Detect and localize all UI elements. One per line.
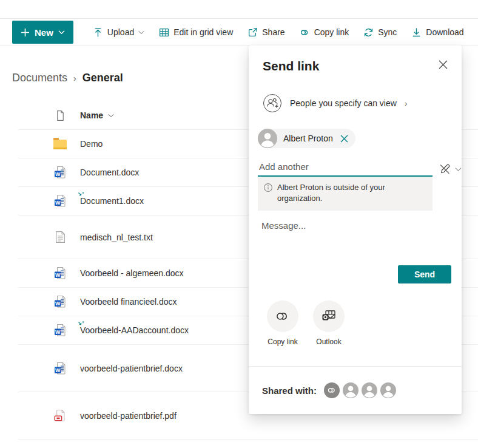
- file-name-link[interactable]: Document.docx: [80, 168, 139, 177]
- file-name-text: Voorbeeld-AADaccount.docx: [80, 325, 189, 335]
- copy-link-circle-button[interactable]: Copy link: [267, 300, 298, 346]
- outlook-button[interactable]: Outlook: [313, 300, 345, 346]
- send-button[interactable]: Send: [398, 265, 451, 283]
- file-name-link[interactable]: Voorbeeld - algemeen.docx: [80, 268, 183, 278]
- permission-text: People you specify can view: [290, 98, 397, 108]
- breadcrumb-current-folder: General: [82, 72, 123, 84]
- edit-grid-view-button[interactable]: Edit in grid view: [152, 20, 240, 44]
- chevron-right-icon: ›: [405, 99, 407, 108]
- copy-link-label: Copy link: [268, 338, 297, 346]
- shared-person-avatar[interactable]: [362, 382, 377, 398]
- share-button[interactable]: Share: [240, 20, 292, 44]
- new-item-icon: [78, 190, 84, 200]
- outlook-icon: [321, 308, 337, 325]
- folder-icon: [53, 138, 67, 149]
- chevron-down-icon: [108, 114, 114, 118]
- outlook-label: Outlook: [316, 338, 341, 346]
- svg-text:W: W: [55, 367, 60, 373]
- shared-with-footer: Shared with:: [249, 366, 462, 414]
- file-name-link[interactable]: medisch_nl_test.txt: [80, 232, 153, 242]
- shared-person-avatar[interactable]: [343, 382, 358, 398]
- share-label: Share: [262, 27, 284, 37]
- sync-label: Sync: [378, 27, 397, 37]
- pdf-file-icon: [53, 409, 67, 422]
- info-icon: [263, 183, 273, 192]
- svg-text:W: W: [55, 300, 60, 307]
- word-file-icon: W: [53, 194, 67, 208]
- shared-with-label: Shared with:: [262, 385, 317, 396]
- chevron-down-icon: [455, 167, 462, 172]
- avatar: [258, 129, 277, 148]
- recipient-list: Albert Proton: [258, 129, 462, 151]
- sync-button[interactable]: Sync: [356, 20, 404, 44]
- link-icon: [275, 308, 291, 324]
- word-file-icon: W: [53, 295, 67, 308]
- close-icon: [340, 135, 348, 143]
- download-icon: [411, 27, 422, 38]
- recipient-chip[interactable]: Albert Proton: [258, 129, 355, 148]
- link-icon: [300, 27, 310, 38]
- file-name-link[interactable]: Voorbeeld-AADaccount.docx: [80, 325, 189, 335]
- shared-with-avatars: [324, 382, 399, 398]
- svg-text:W: W: [55, 171, 60, 177]
- dialog-title: Send link: [249, 46, 462, 73]
- remove-recipient-button[interactable]: [340, 135, 348, 143]
- message-input[interactable]: [261, 220, 437, 264]
- name-column-header[interactable]: Name: [80, 110, 114, 120]
- copy-link-button[interactable]: Copy link: [292, 20, 357, 44]
- copy-link-label: Copy link: [314, 27, 349, 37]
- svg-text:W: W: [55, 200, 60, 206]
- people-add-icon: [263, 93, 282, 113]
- command-bar: New Upload Edit in grid view Share Copy …: [0, 18, 478, 46]
- file-name-link[interactable]: Voorbeeld financieel.docx: [80, 297, 177, 307]
- file-name-link[interactable]: voorbeeld-patientbrief.docx: [80, 364, 183, 373]
- sync-icon: [363, 27, 374, 38]
- file-name-text: Document1.docx: [80, 196, 144, 206]
- close-button[interactable]: [435, 56, 451, 72]
- upload-label: Upload: [107, 27, 134, 37]
- svg-text:W: W: [55, 329, 60, 335]
- close-icon: [439, 60, 448, 69]
- download-button[interactable]: Download: [404, 20, 471, 44]
- external-user-warning: Albert Proton is outside of your organiz…: [258, 177, 433, 211]
- warning-text: Albert Proton is outside of your organiz…: [277, 182, 426, 204]
- new-item-icon: [78, 319, 84, 329]
- permission-dropdown[interactable]: [439, 163, 462, 175]
- share-alternatives: Copy link Outlook: [267, 300, 462, 346]
- text-file-icon: [53, 231, 67, 243]
- file-type-column-icon[interactable]: [53, 110, 67, 121]
- word-file-icon: W: [53, 266, 67, 280]
- word-file-icon: W: [53, 324, 67, 337]
- edit-grid-view-label: Edit in grid view: [173, 27, 233, 37]
- recipient-name: Albert Proton: [283, 134, 333, 143]
- grid-icon: [159, 27, 169, 38]
- chevron-down-icon: [58, 30, 65, 35]
- shared-link-avatar[interactable]: [324, 382, 340, 398]
- new-button[interactable]: New: [12, 21, 73, 44]
- breadcrumb-separator-icon: ›: [73, 73, 76, 83]
- word-file-icon: W: [53, 362, 67, 375]
- add-recipient-input[interactable]: [258, 159, 433, 177]
- shared-person-avatar[interactable]: [380, 382, 396, 398]
- share-icon: [247, 27, 258, 38]
- link-settings-button[interactable]: People you specify can view ›: [263, 93, 462, 113]
- word-file-icon: W: [53, 166, 67, 179]
- name-column-label: Name: [80, 110, 103, 120]
- breadcrumb-documents[interactable]: Documents: [12, 72, 67, 84]
- chevron-down-icon: [138, 30, 144, 35]
- edit-off-icon: [439, 163, 451, 175]
- send-link-dialog: Send link People you specify can view › …: [249, 46, 462, 414]
- upload-icon: [93, 27, 103, 38]
- download-label: Download: [426, 27, 463, 37]
- file-name-link[interactable]: Document1.docx: [80, 196, 144, 206]
- svg-text:W: W: [55, 272, 60, 278]
- file-name-link[interactable]: Demo: [80, 139, 103, 149]
- plus-icon: [21, 28, 30, 37]
- upload-button[interactable]: Upload: [86, 20, 152, 44]
- file-name-link[interactable]: voorbeeld-patientbrief.pdf: [80, 411, 177, 421]
- new-button-label: New: [35, 27, 53, 38]
